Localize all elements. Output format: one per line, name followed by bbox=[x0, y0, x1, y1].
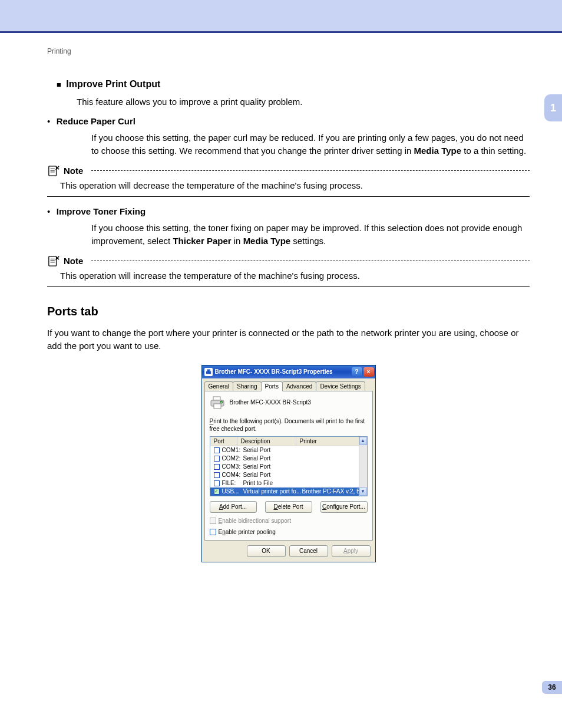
port-row[interactable]: ✓USB...Virtual printer port fo...Brother… bbox=[210, 487, 359, 496]
tab-general[interactable]: General bbox=[204, 381, 234, 391]
description-cell: Serial Port bbox=[243, 455, 302, 462]
apply-button[interactable]: Apply bbox=[332, 545, 371, 557]
port-row[interactable]: FILE:Print to File bbox=[210, 479, 359, 487]
toner-body-bold2: Media Type bbox=[243, 236, 291, 246]
add-port-button[interactable]: Add Port... bbox=[210, 501, 257, 513]
toner-title: Improve Toner Fixing bbox=[57, 206, 146, 216]
checkbox-icon[interactable] bbox=[210, 529, 216, 535]
checkbox-icon[interactable] bbox=[214, 472, 220, 478]
delete-port-button[interactable]: Delete Port bbox=[265, 501, 312, 513]
checkbox-icon[interactable] bbox=[214, 456, 220, 462]
checkbox-icon[interactable] bbox=[214, 480, 220, 486]
svg-rect-8 bbox=[213, 397, 220, 400]
dialog-body: Brother MFC-XXXX BR-Script3 Print to the… bbox=[204, 391, 373, 541]
reduce-curl-body-post: to a thin setting. bbox=[461, 146, 526, 156]
improve-intro: This feature allows you to improve a pri… bbox=[77, 95, 530, 109]
reduce-curl-title: Reduce Paper Curl bbox=[57, 116, 135, 126]
dialog-tabs: General Sharing Ports Advanced Device Se… bbox=[202, 378, 375, 391]
checkbox-icon[interactable] bbox=[214, 464, 220, 470]
reduce-curl-heading: • Reduce Paper Curl bbox=[47, 116, 530, 127]
printer-icon bbox=[210, 396, 225, 409]
ports-intro: If you want to change the port where you… bbox=[47, 327, 530, 353]
page-content: Printing ■ Improve Print Output This fea… bbox=[47, 47, 530, 562]
note-dashed-line bbox=[91, 170, 530, 171]
note-icon bbox=[47, 255, 60, 267]
note-block-2: Note This operation will increase the te… bbox=[47, 255, 530, 287]
printer-name-label: Brother MFC-XXXX BR-Script3 bbox=[230, 399, 311, 406]
ports-tab-heading: Ports tab bbox=[47, 305, 530, 318]
dialog-titlebar[interactable]: 🖶 Brother MFC- XXXX BR-Script3 Propertie… bbox=[202, 365, 375, 378]
note-label-2: Note bbox=[64, 256, 83, 266]
tab-advanced[interactable]: Advanced bbox=[282, 381, 316, 391]
reduce-curl-body: If you choose this setting, the paper cu… bbox=[91, 131, 530, 158]
properties-dialog: 🖶 Brother MFC- XXXX BR-Script3 Propertie… bbox=[201, 365, 376, 562]
port-cell: COM2: bbox=[222, 455, 243, 462]
port-row[interactable]: COM1:Serial Port bbox=[210, 446, 359, 454]
port-row[interactable]: COM3:Serial Port bbox=[210, 463, 359, 471]
description-cell: Serial Port bbox=[243, 447, 302, 453]
printer-app-icon: 🖶 bbox=[204, 368, 213, 376]
toner-body-post: settings. bbox=[290, 236, 326, 246]
scroll-down-icon[interactable]: ▼ bbox=[359, 487, 367, 496]
checkbox-icon[interactable]: ✓ bbox=[214, 489, 220, 495]
section-improve-title: ■ Improve Print Output bbox=[57, 79, 530, 90]
dialog-footer: OK Cancel Apply bbox=[202, 541, 375, 562]
ok-button[interactable]: OK bbox=[247, 545, 286, 557]
port-row[interactable]: COM2:Serial Port bbox=[210, 454, 359, 463]
checkbox-icon[interactable] bbox=[214, 447, 220, 453]
note-separator bbox=[47, 286, 530, 287]
tab-sharing[interactable]: Sharing bbox=[233, 381, 261, 391]
note-separator bbox=[47, 196, 530, 197]
port-list: Port Description Printer COM1:Serial Por… bbox=[210, 436, 368, 496]
svg-rect-10 bbox=[214, 404, 221, 409]
svg-rect-0 bbox=[49, 166, 57, 175]
header-description[interactable]: Description bbox=[237, 437, 296, 446]
toner-body-mid: in bbox=[232, 236, 243, 246]
svg-rect-4 bbox=[49, 256, 57, 265]
toner-body-bold1: Thicker Paper bbox=[173, 236, 231, 246]
header-printer[interactable]: Printer bbox=[296, 437, 367, 446]
port-row[interactable]: COM4:Serial Port bbox=[210, 471, 359, 479]
port-instruction: Print to the following port(s). Document… bbox=[210, 417, 368, 433]
note-body-2: This operation will increase the tempera… bbox=[60, 271, 530, 281]
port-rows: COM1:Serial PortCOM2:Serial PortCOM3:Ser… bbox=[210, 446, 367, 496]
tab-ports[interactable]: Ports bbox=[261, 381, 283, 391]
checkbox-icon bbox=[210, 518, 216, 524]
port-cell: FILE: bbox=[222, 480, 243, 486]
port-list-header[interactable]: Port Description Printer bbox=[210, 437, 367, 446]
page-number-tab: 36 bbox=[542, 681, 562, 694]
description-cell: Virtual printer port fo... bbox=[243, 488, 302, 495]
chapter-tab: 1 bbox=[544, 94, 562, 121]
note-icon bbox=[47, 165, 60, 177]
dot-bullet-icon: • bbox=[47, 206, 50, 216]
dialog-title-text: Brother MFC- XXXX BR-Script3 Properties bbox=[215, 368, 352, 375]
toner-heading: • Improve Toner Fixing bbox=[47, 206, 530, 217]
section-improve-title-text: Improve Print Output bbox=[66, 79, 160, 89]
close-button[interactable]: × bbox=[363, 367, 374, 377]
description-cell: Serial Port bbox=[243, 463, 302, 470]
port-cell: COM3: bbox=[222, 463, 243, 470]
reduce-curl-body-bold: Media Type bbox=[414, 146, 462, 156]
tab-device-settings[interactable]: Device Settings bbox=[316, 381, 365, 391]
toner-body: If you choose this setting, the toner fi… bbox=[91, 222, 530, 248]
note-block-1: Note This operation will decrease the te… bbox=[47, 165, 530, 197]
header-bar bbox=[0, 0, 562, 33]
scroll-up-icon[interactable]: ▲ bbox=[359, 437, 367, 445]
port-cell: COM4: bbox=[222, 472, 243, 478]
help-button[interactable]: ? bbox=[352, 367, 362, 377]
printer-cell: Brother PC-FAX v.2, Brother ... bbox=[302, 488, 359, 495]
breadcrumb: Printing bbox=[47, 47, 530, 55]
scrollbar[interactable]: ▲ ▼ bbox=[359, 437, 367, 496]
port-cell: COM1: bbox=[222, 447, 243, 453]
note-body-1: This operation will decrease the tempera… bbox=[60, 180, 530, 190]
printer-pooling-checkbox[interactable]: Enable printer pooling bbox=[210, 529, 368, 535]
square-bullet-icon: ■ bbox=[57, 80, 61, 89]
header-port[interactable]: Port bbox=[210, 437, 237, 446]
description-cell: Serial Port bbox=[243, 472, 302, 478]
note-dashed-line bbox=[91, 261, 530, 261]
cancel-button[interactable]: Cancel bbox=[289, 545, 328, 557]
bidirectional-checkbox: Enable bidirectional support bbox=[210, 518, 368, 524]
dot-bullet-icon: • bbox=[47, 116, 50, 126]
configure-port-button[interactable]: Configure Port... bbox=[320, 501, 368, 513]
port-cell: USB... bbox=[222, 488, 243, 495]
